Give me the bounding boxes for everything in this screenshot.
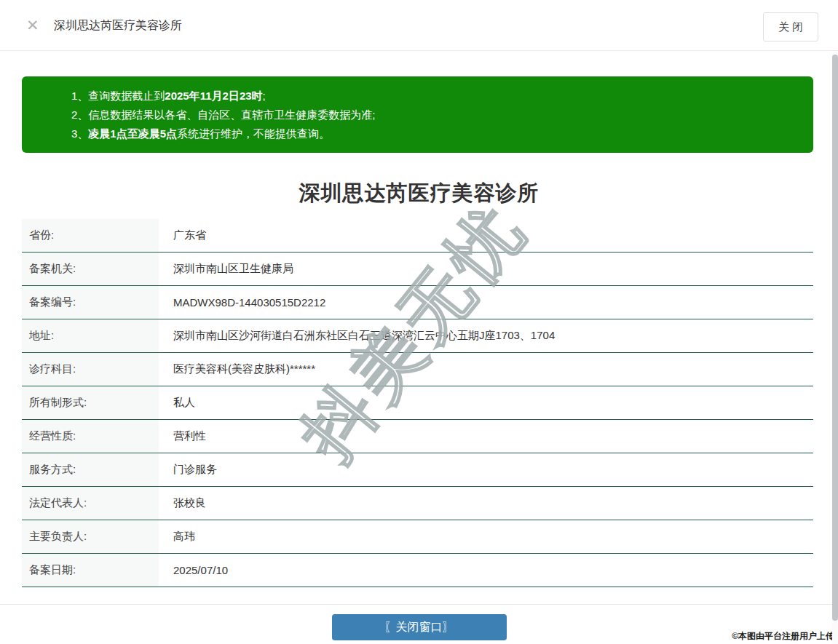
table-row-filing-number: 备案编号: MADWX98D-144030515D2212 bbox=[22, 286, 813, 319]
window-title: 深圳思达芮医疗美容诊所 bbox=[54, 0, 182, 51]
table-row-medical-subjects: 诊疗科目: 医疗美容科(美容皮肤科)****** bbox=[22, 353, 813, 386]
row-value: 医疗美容科(美容皮肤科)****** bbox=[159, 353, 813, 386]
notice-line-text: 查询数据截止到 bbox=[88, 90, 165, 102]
notice-line-number: 3、 bbox=[71, 127, 88, 140]
row-value: 深圳市南山区卫生健康局 bbox=[159, 253, 813, 285]
row-label: 诊疗科目: bbox=[22, 353, 159, 386]
row-label: 省份: bbox=[22, 219, 159, 252]
row-label: 法定代表人: bbox=[22, 487, 159, 520]
row-label: 服务方式: bbox=[22, 453, 159, 486]
row-label: 所有制形式: bbox=[22, 386, 159, 419]
notice-line-text: 信息数据结果以各省、自治区、直辖市卫生健康委数据为准; bbox=[88, 108, 375, 121]
close-x-icon[interactable]: ✕ bbox=[26, 0, 39, 51]
table-row-legal-representative: 法定代表人: 张校良 bbox=[22, 487, 813, 520]
notice-line-3: 3、凌晨1点至凌晨5点系统进行维护，不能提供查询。 bbox=[71, 124, 799, 143]
row-value: 高玮 bbox=[159, 520, 813, 553]
notice-box: 1、查询数据截止到2025年11月2日23时; 2、信息数据结果以各省、自治区、… bbox=[22, 76, 813, 153]
notice-line-bold: 凌晨1点至凌晨5点 bbox=[88, 127, 177, 140]
footer-divider bbox=[0, 604, 838, 605]
scrollbar-track[interactable] bbox=[832, 52, 838, 644]
table-row-principal: 主要负责人: 高玮 bbox=[22, 520, 813, 554]
row-value: MADWX98D-144030515D2212 bbox=[159, 286, 813, 319]
row-label: 地址: bbox=[22, 319, 159, 352]
notice-line-number: 1、 bbox=[71, 90, 88, 102]
row-value: 广东省 bbox=[159, 219, 813, 252]
table-row-filing-date: 备案日期: 2025/07/10 bbox=[22, 554, 813, 587]
notice-line-1: 1、查询数据截止到2025年11月2日23时; bbox=[71, 87, 799, 106]
info-table: 省份: 广东省 备案机关: 深圳市南山区卫生健康局 备案编号: MADWX98D… bbox=[22, 219, 813, 587]
table-row-filing-authority: 备案机关: 深圳市南山区卫生健康局 bbox=[22, 253, 813, 286]
notice-line-text: 系统进行维护，不能提供查询。 bbox=[177, 127, 330, 140]
row-label: 备案机关: bbox=[22, 253, 159, 285]
upload-note-watermark: ©本图由平台注册用户上传 bbox=[732, 630, 834, 643]
row-label: 备案编号: bbox=[22, 286, 159, 319]
notice-line-bold: 2025年11月2日23时 bbox=[165, 90, 262, 102]
table-row-address: 地址: 深圳市南山区沙河街道白石洲东社区白石三道深湾汇云中心五期J座1703、1… bbox=[22, 319, 813, 353]
notice-line-2: 2、信息数据结果以各省、自治区、直辖市卫生健康委数据为准; bbox=[71, 106, 799, 124]
row-value: 2025/07/10 bbox=[159, 554, 813, 587]
row-value: 营利性 bbox=[159, 420, 813, 453]
close-window-button[interactable]: 〖关闭窗口〗 bbox=[332, 614, 507, 640]
scrollbar-thumb[interactable] bbox=[832, 55, 838, 621]
row-value: 深圳市南山区沙河街道白石洲东社区白石三道深湾汇云中心五期J座1703、1704 bbox=[159, 319, 813, 352]
row-label: 主要负责人: bbox=[22, 520, 159, 553]
notice-line-number: 2、 bbox=[71, 108, 88, 121]
row-label: 经营性质: bbox=[22, 420, 159, 453]
row-value: 张校良 bbox=[159, 487, 813, 520]
row-value: 私人 bbox=[159, 386, 813, 419]
row-value: 门诊服务 bbox=[159, 453, 813, 486]
table-row-province: 省份: 广东省 bbox=[22, 219, 813, 253]
page-title: 深圳思达芮医疗美容诊所 bbox=[0, 179, 838, 208]
close-button[interactable]: 关 闭 bbox=[763, 12, 818, 41]
table-row-service-mode: 服务方式: 门诊服务 bbox=[22, 453, 813, 487]
table-row-business-nature: 经营性质: 营利性 bbox=[22, 420, 813, 453]
table-row-ownership: 所有制形式: 私人 bbox=[22, 386, 813, 420]
notice-line-text: ; bbox=[263, 90, 266, 102]
top-bar: ✕ 深圳思达芮医疗美容诊所 关 闭 bbox=[0, 0, 838, 51]
row-label: 备案日期: bbox=[22, 554, 159, 587]
